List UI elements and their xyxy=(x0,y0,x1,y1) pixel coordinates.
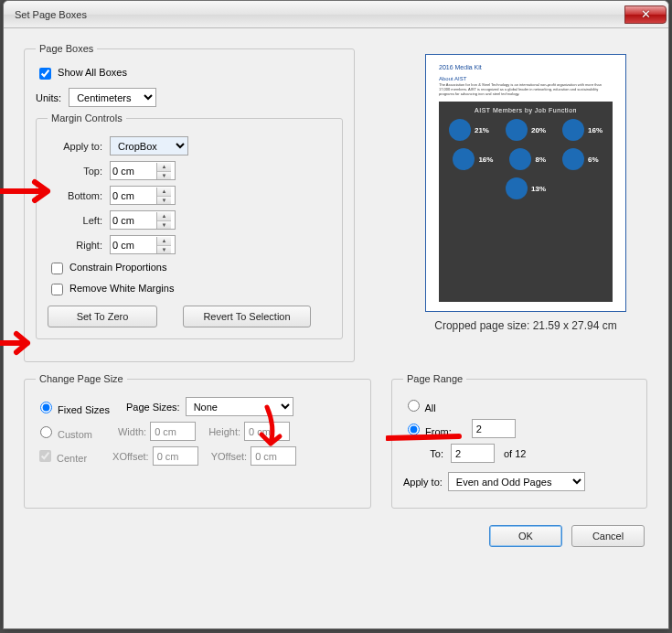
margin-bottom-spinner[interactable]: ▲▼ xyxy=(110,186,176,205)
preview-caption: Cropped page size: 21.59 x 27.94 cm xyxy=(407,319,645,332)
to-input[interactable] xyxy=(451,444,495,463)
yoffset-input[interactable] xyxy=(251,446,296,466)
ok-button[interactable]: OK xyxy=(489,525,562,547)
constrain-proportions-checkbox[interactable]: Constrain Proportions xyxy=(48,262,166,273)
change-page-size-legend: Change Page Size xyxy=(36,373,127,384)
margin-right-label: Right: xyxy=(48,240,102,251)
fixed-sizes-radio[interactable]: Fixed Sizes xyxy=(36,399,110,415)
units-label: Units: xyxy=(36,92,61,103)
width-input[interactable] xyxy=(150,422,196,441)
of-label: of 12 xyxy=(504,448,526,459)
page-boxes-group: Page Boxes Show All Boxes Units: Centime… xyxy=(24,43,355,362)
page-range-group: Page Range All From: To: of 12 Apply to:… xyxy=(391,373,647,509)
set-page-boxes-dialog: Set Page Boxes ✕ Page Boxes Show All Box… xyxy=(3,0,669,629)
page-sizes-label: Page Sizes: xyxy=(126,402,180,413)
preview-page: 2016 Media Kit About AIST The Associatio… xyxy=(425,54,626,312)
margin-top-spinner[interactable]: ▲▼ xyxy=(110,161,176,180)
margin-controls-group: Margin Controls Apply to: CropBox Top: ▲… xyxy=(36,113,343,339)
apply-to-label: Apply to: xyxy=(48,141,102,152)
margin-controls-legend: Margin Controls xyxy=(48,113,126,123)
margin-left-label: Left: xyxy=(48,215,102,226)
page-boxes-legend: Page Boxes xyxy=(36,43,97,54)
remove-white-margins-checkbox[interactable]: Remove White Margins xyxy=(48,283,174,294)
from-input[interactable] xyxy=(472,419,516,438)
margin-right-spinner[interactable]: ▲▼ xyxy=(110,235,176,254)
page-sizes-combo[interactable]: None xyxy=(186,397,293,416)
set-to-zero-button[interactable]: Set To Zero xyxy=(48,306,157,327)
window-title: Set Page Boxes xyxy=(15,9,624,20)
width-label: Width: xyxy=(118,426,146,437)
revert-to-selection-button[interactable]: Revert To Selection xyxy=(183,306,311,327)
margin-top-label: Top: xyxy=(48,166,102,177)
range-apply-to-label: Apply to: xyxy=(403,477,443,488)
height-label: Height: xyxy=(208,426,240,437)
xoffset-label: XOffset: xyxy=(112,451,149,462)
change-page-size-group: Change Page Size Fixed Sizes Page Sizes:… xyxy=(24,373,371,509)
range-apply-to-combo[interactable]: Even and Odd Pages xyxy=(448,472,585,491)
spin-buttons[interactable]: ▲▼ xyxy=(156,163,171,179)
show-all-boxes-checkbox[interactable]: Show All Boxes xyxy=(36,67,127,78)
xoffset-input[interactable] xyxy=(153,446,198,466)
from-radio[interactable]: From: xyxy=(403,421,452,437)
cancel-button[interactable]: Cancel xyxy=(571,525,645,547)
close-button[interactable]: ✕ xyxy=(624,5,667,24)
units-combo[interactable]: Centimeters xyxy=(69,88,156,107)
margin-left-spinner[interactable]: ▲▼ xyxy=(110,210,176,230)
height-input[interactable] xyxy=(244,422,290,441)
titlebar[interactable]: Set Page Boxes ✕ xyxy=(4,1,668,28)
custom-radio[interactable]: Custom xyxy=(36,424,92,440)
page-preview: 2016 Media Kit About AIST The Associatio… xyxy=(407,54,645,332)
margin-bottom-label: Bottom: xyxy=(48,190,102,201)
to-label: To: xyxy=(403,448,443,459)
page-range-legend: Page Range xyxy=(403,373,466,384)
yoffset-label: YOffset: xyxy=(211,451,248,462)
center-checkbox[interactable]: Center xyxy=(36,447,87,465)
apply-to-combo[interactable]: CropBox xyxy=(110,136,188,156)
all-pages-radio[interactable]: All xyxy=(403,397,436,413)
